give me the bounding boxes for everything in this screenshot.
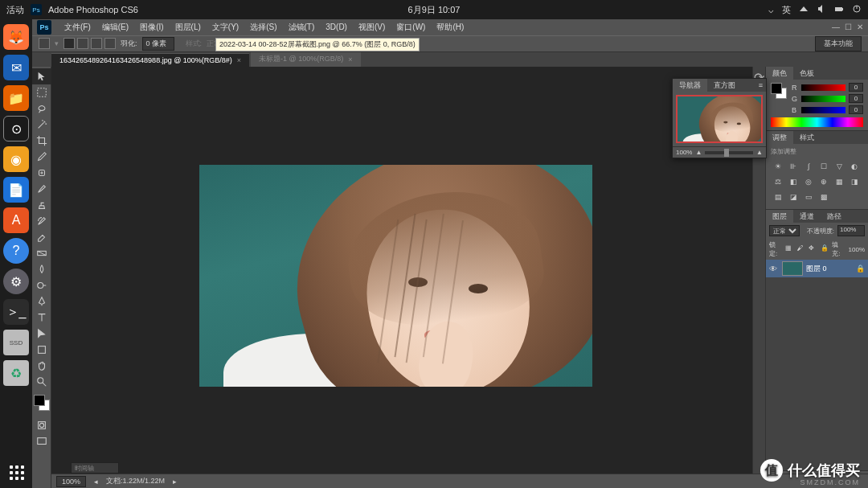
sel-add-icon[interactable] <box>77 38 88 49</box>
bw-icon[interactable]: ◧ <box>788 176 799 187</box>
opacity-input[interactable]: 100% <box>837 225 865 236</box>
g-value[interactable]: 0 <box>849 94 863 103</box>
color-swatches[interactable] <box>32 393 51 417</box>
styles-tab[interactable]: 样式 <box>793 131 821 144</box>
layers-empty-area[interactable] <box>766 277 868 470</box>
histogram-tab[interactable]: 直方图 <box>707 79 742 92</box>
zoom-out-icon[interactable]: ▲ <box>695 149 702 156</box>
gradient-tool[interactable] <box>32 245 51 261</box>
menu-3d[interactable]: 3D(D) <box>321 21 352 33</box>
status-zoom-input[interactable]: 100% <box>56 476 86 487</box>
curves-icon[interactable]: ∫ <box>803 161 814 172</box>
menu-help[interactable]: 帮助(H) <box>432 20 469 35</box>
g-slider[interactable] <box>801 96 845 102</box>
magic-wand-tool[interactable] <box>32 117 51 133</box>
r-value[interactable]: 0 <box>849 83 863 92</box>
tab-close-icon[interactable]: × <box>348 55 352 64</box>
dock-firefox[interactable]: 🦊 <box>3 24 29 50</box>
color-panel-swatches[interactable] <box>771 83 788 100</box>
vibrance-icon[interactable]: ▽ <box>833 161 845 172</box>
document-tab-active[interactable]: 163426548926416342654898​8.jpg @ 100%(RG… <box>51 53 249 67</box>
dock-trash[interactable]: ♻ <box>3 360 29 386</box>
type-tool[interactable] <box>32 310 51 326</box>
dock-help[interactable]: ? <box>3 238 29 264</box>
show-applications-button[interactable] <box>10 465 24 480</box>
dock-libreoffice[interactable]: 📄 <box>3 177 29 203</box>
dock-software[interactable]: A <box>3 207 29 233</box>
power-icon[interactable] <box>852 4 862 15</box>
exposure-icon[interactable]: ☐ <box>818 161 829 172</box>
battery-icon[interactable] <box>834 4 844 15</box>
layer-visibility-icon[interactable]: 👁 <box>769 265 779 273</box>
datetime[interactable]: 6月9日 10:07 <box>408 4 461 16</box>
brush-tool[interactable] <box>32 181 51 197</box>
menu-type[interactable]: 文字(Y) <box>207 20 244 35</box>
path-selection-tool[interactable] <box>32 326 51 342</box>
layer-row[interactable]: 👁 图层 0 🔒 <box>766 260 868 277</box>
gradientmap-icon[interactable]: ▭ <box>803 191 814 203</box>
hue-icon[interactable]: ◐ <box>849 161 860 172</box>
dock-terminal[interactable]: ＞_ <box>3 299 29 325</box>
layers-tab[interactable]: 图层 <box>766 210 793 223</box>
status-dropdown-icon[interactable]: ▸ <box>173 478 177 486</box>
menu-window[interactable]: 窗口(W) <box>391 20 430 35</box>
pen-tool[interactable] <box>32 293 51 310</box>
dock-disk[interactable]: SSD <box>3 330 29 355</box>
b-slider[interactable] <box>801 107 845 113</box>
colorlookup-icon[interactable]: ▦ <box>833 176 845 187</box>
tab-close-icon[interactable]: × <box>237 56 241 64</box>
levels-icon[interactable]: ⊪ <box>788 161 799 172</box>
b-value[interactable]: 0 <box>849 105 863 114</box>
window-maximize-icon[interactable]: ☐ <box>845 23 852 31</box>
layer-name[interactable]: 图层 0 <box>806 264 827 274</box>
brightness-icon[interactable]: ☀ <box>772 161 784 172</box>
colorbalance-icon[interactable]: ⚖ <box>772 176 784 187</box>
dock-settings[interactable]: ⚙ <box>3 269 29 294</box>
lock-transparent-icon[interactable]: ▦ <box>785 244 794 254</box>
invert-icon[interactable]: ◨ <box>849 176 860 187</box>
layer-thumbnail[interactable] <box>782 261 803 276</box>
tool-preset-icon[interactable] <box>39 38 50 49</box>
color-spectrum[interactable] <box>771 117 863 127</box>
blur-tool[interactable] <box>32 261 51 277</box>
sel-new-icon[interactable] <box>63 38 75 49</box>
marquee-tool[interactable] <box>32 84 51 100</box>
navigator-zoom-slider[interactable] <box>705 151 753 154</box>
panel-menu-icon[interactable]: ≡ <box>755 81 766 89</box>
activities-button[interactable]: 活动 <box>6 4 24 16</box>
threshold-icon[interactable]: ◪ <box>788 191 799 203</box>
menu-filter[interactable]: 滤镜(T) <box>284 20 320 35</box>
status-scroll-left-icon[interactable]: ◂ <box>94 478 98 486</box>
sel-intersect-icon[interactable] <box>104 38 116 49</box>
dock-thunderbird[interactable]: ✉ <box>3 55 29 80</box>
channelmixer-icon[interactable]: ⊕ <box>818 176 829 187</box>
navigator-panel[interactable]: 导航器 直方图 ≡ 100% ▲ <box>672 78 767 158</box>
adjustments-tab[interactable]: 调整 <box>766 131 793 144</box>
input-method-indicator[interactable]: 英 <box>782 4 791 16</box>
workspace-switcher[interactable]: 基本功能 <box>815 36 862 51</box>
eyedropper-tool[interactable] <box>32 149 51 165</box>
posterize-icon[interactable]: ▤ <box>772 191 784 203</box>
healing-brush-tool[interactable] <box>32 165 51 181</box>
navigator-thumbnail[interactable] <box>676 95 763 143</box>
color-tab[interactable]: 颜色 <box>766 67 793 80</box>
feather-input[interactable]: 0 像素 <box>142 37 174 51</box>
window-close-icon[interactable]: ✕ <box>857 23 863 31</box>
menu-image[interactable]: 图像(I) <box>135 20 168 35</box>
sel-subtract-icon[interactable] <box>91 38 102 49</box>
canvas-viewport[interactable]: 导航器 直方图 ≡ 100% ▲ <box>51 67 752 488</box>
volume-icon[interactable] <box>817 4 826 15</box>
blend-mode-select[interactable]: 正常 <box>769 225 800 236</box>
shape-tool[interactable] <box>32 342 51 358</box>
navigator-zoom-value[interactable]: 100% <box>676 149 692 156</box>
navigator-tab[interactable]: 导航器 <box>673 79 707 92</box>
lock-position-icon[interactable]: ✥ <box>809 244 817 254</box>
network-icon[interactable] <box>799 4 809 15</box>
menu-layer[interactable]: 图层(L) <box>170 20 206 35</box>
screenmode-toggle[interactable] <box>32 433 51 449</box>
quickmask-toggle[interactable] <box>32 417 51 433</box>
clone-stamp-tool[interactable] <box>32 197 51 213</box>
swatches-tab[interactable]: 色板 <box>793 67 821 80</box>
status-docinfo[interactable]: 文档:1.22M/1.22M <box>106 476 165 486</box>
active-app-title[interactable]: Adobe Photoshop CS6 <box>48 5 138 14</box>
